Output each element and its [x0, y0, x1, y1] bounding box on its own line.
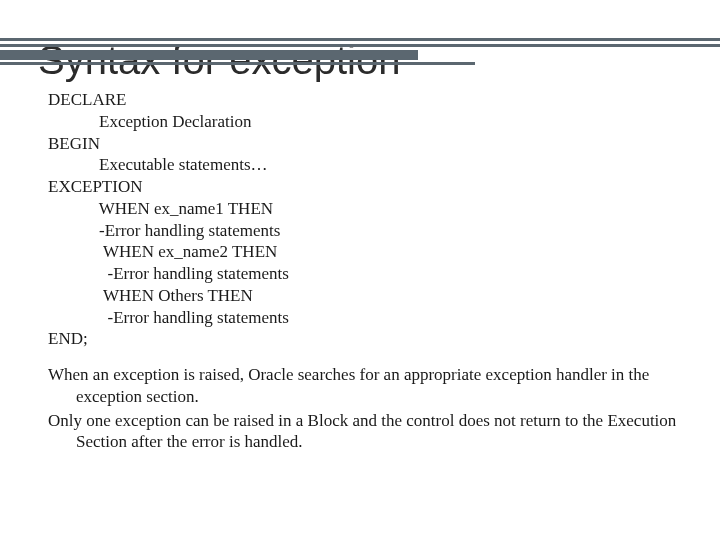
code-line: DECLARE: [48, 90, 126, 109]
code-line: WHEN ex_name2 THEN: [48, 242, 277, 261]
slide-body: DECLARE Exception Declaration BEGIN Exec…: [48, 89, 680, 453]
code-line: Executable statements…: [48, 155, 268, 174]
code-line: END;: [48, 329, 88, 348]
slide: Syntax for exception DECLARE Exception D…: [0, 38, 720, 540]
explanation-paragraph: When an exception is raised, Oracle sear…: [48, 364, 680, 408]
code-block: DECLARE Exception Declaration BEGIN Exec…: [48, 89, 680, 350]
explanation-paragraph: Only one exception can be raised in a Bl…: [48, 410, 680, 454]
code-line: Exception Declaration: [48, 112, 251, 131]
decorative-stripes: [0, 38, 720, 65]
code-line: -Error handling statements: [48, 221, 280, 240]
code-line: WHEN ex_name1 THEN: [48, 199, 273, 218]
explanation: When an exception is raised, Oracle sear…: [48, 364, 680, 453]
code-line: BEGIN: [48, 134, 100, 153]
code-line: -Error handling statements: [48, 308, 289, 327]
code-line: -Error handling statements: [48, 264, 289, 283]
code-line: EXCEPTION: [48, 177, 142, 196]
code-line: WHEN Others THEN: [48, 286, 253, 305]
